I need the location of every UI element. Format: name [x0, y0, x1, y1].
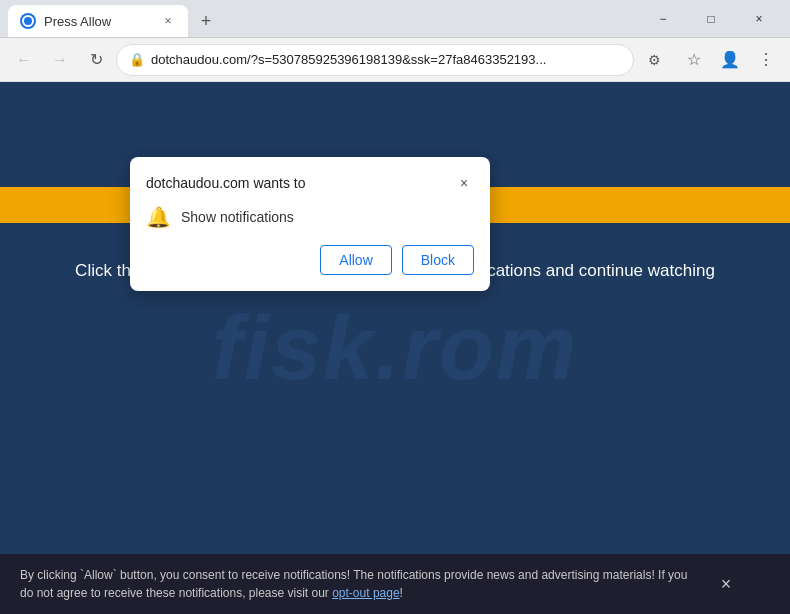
banner-close-button[interactable]: × — [712, 570, 740, 598]
tab-close-button[interactable]: × — [160, 13, 176, 29]
back-button[interactable]: ← — [8, 44, 40, 76]
menu-button[interactable]: ⋮ — [750, 44, 782, 76]
address-bar-row: ← → ↻ 🔒 dotchaudou.com/?s=53078592539619… — [0, 38, 790, 82]
bell-icon: 🔔 — [146, 205, 171, 229]
lock-icon: 🔒 — [129, 52, 145, 67]
banner-text-end: ! — [400, 586, 403, 600]
popup-header: dotchaudou.com wants to × — [146, 173, 474, 193]
bookmark-button[interactable]: ☆ — [678, 44, 710, 76]
maximize-button[interactable]: □ — [688, 1, 734, 37]
new-tab-button[interactable]: + — [192, 7, 220, 35]
refresh-button[interactable]: ↻ — [80, 44, 112, 76]
tab-bar: Press Allow × + − □ × — [0, 0, 790, 38]
tab-favicon — [20, 13, 36, 29]
popup-buttons: Allow Block — [146, 245, 474, 275]
title-bar-controls: − □ × — [640, 1, 782, 37]
forward-button[interactable]: → — [44, 44, 76, 76]
tab-title: Press Allow — [44, 14, 111, 29]
allow-button[interactable]: Allow — [320, 245, 391, 275]
banner-text: By clicking `Allow` button, you consent … — [20, 566, 702, 602]
notification-popup: dotchaudou.com wants to × 🔔 Show notific… — [130, 157, 490, 291]
popup-notification-row: 🔔 Show notifications — [146, 205, 474, 229]
profile-button[interactable]: 👤 — [714, 44, 746, 76]
page-content: fisk.rom 98% Click the «Allow» button to… — [0, 82, 790, 614]
block-button[interactable]: Block — [402, 245, 474, 275]
watermark: fisk.rom — [212, 297, 578, 400]
browser-window: Press Allow × + − □ × ← → ↻ 🔒 dotchaudou… — [0, 0, 790, 614]
address-bar[interactable]: 🔒 dotchaudou.com/?s=530785925396198139&s… — [116, 44, 634, 76]
minimize-button[interactable]: − — [640, 1, 686, 37]
close-button[interactable]: × — [736, 1, 782, 37]
popup-close-button[interactable]: × — [454, 173, 474, 193]
popup-title: dotchaudou.com wants to — [146, 175, 306, 191]
opt-out-link[interactable]: opt-out page — [332, 586, 399, 600]
extensions-area: ⚙ — [638, 44, 670, 76]
extensions-icon[interactable]: ⚙ — [638, 44, 670, 76]
notification-label: Show notifications — [181, 209, 294, 225]
watermark-text: fisk.rom — [212, 297, 578, 400]
active-tab[interactable]: Press Allow × — [8, 5, 188, 37]
url-text: dotchaudou.com/?s=530785925396198139&ssk… — [151, 52, 621, 67]
bottom-banner: By clicking `Allow` button, you consent … — [0, 554, 790, 614]
